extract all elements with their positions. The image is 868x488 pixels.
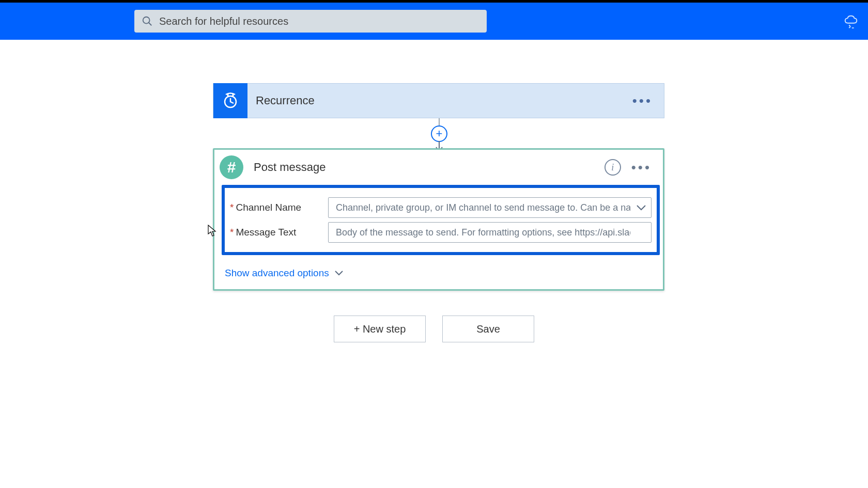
show-advanced-options-link[interactable]: Show advanced options — [225, 267, 344, 279]
channel-name-row: *Channel Name — [230, 197, 652, 218]
search-icon — [142, 15, 153, 27]
slack-connector-icon: # — [214, 150, 249, 185]
channel-name-label: *Channel Name — [230, 202, 328, 213]
svg-point-0 — [143, 17, 150, 24]
search-box[interactable] — [134, 10, 487, 33]
channel-name-input-wrap[interactable] — [328, 197, 652, 218]
hash-icon: # — [220, 155, 243, 179]
message-text-input[interactable] — [328, 222, 652, 243]
message-text-row: *Message Text — [230, 222, 652, 243]
add-step-inline-button[interactable]: + — [431, 125, 447, 142]
required-star: * — [230, 227, 234, 238]
channel-name-input[interactable] — [328, 197, 652, 218]
recurrence-icon — [213, 83, 247, 118]
action-more-menu[interactable]: ••• — [631, 160, 652, 176]
required-star: * — [230, 202, 234, 213]
advanced-options-label: Show advanced options — [225, 267, 329, 279]
info-icon[interactable]: i — [605, 159, 621, 176]
trigger-title: Recurrence — [256, 94, 632, 107]
action-header[interactable]: # Post message i ••• — [214, 150, 663, 185]
new-step-button[interactable]: + New step — [334, 316, 426, 342]
advanced-options-row: Show advanced options — [214, 260, 663, 289]
action-card-post-message: # Post message i ••• *Channel Name — [213, 148, 664, 291]
svg-line-1 — [149, 23, 152, 26]
save-button[interactable]: Save — [442, 316, 534, 342]
trigger-card-recurrence[interactable]: Recurrence ••• — [213, 83, 664, 118]
chevron-down-icon — [334, 270, 344, 276]
action-title: Post message — [254, 161, 605, 174]
required-fields-highlight: *Channel Name *Message Text — [222, 185, 660, 255]
cloud-shell-icon[interactable] — [843, 13, 859, 29]
connector-line — [439, 118, 440, 125]
search-input[interactable] — [159, 15, 479, 27]
channel-name-label-text: Channel Name — [236, 202, 301, 213]
app-header — [0, 3, 868, 40]
trigger-more-menu[interactable]: ••• — [632, 93, 653, 109]
flow-canvas: Recurrence ••• + # Post message i ••• *C… — [0, 40, 868, 488]
footer-buttons: + New step Save — [0, 316, 868, 342]
message-text-input-wrap[interactable] — [328, 222, 652, 243]
message-text-label: *Message Text — [230, 227, 328, 238]
message-text-label-text: Message Text — [236, 227, 296, 238]
